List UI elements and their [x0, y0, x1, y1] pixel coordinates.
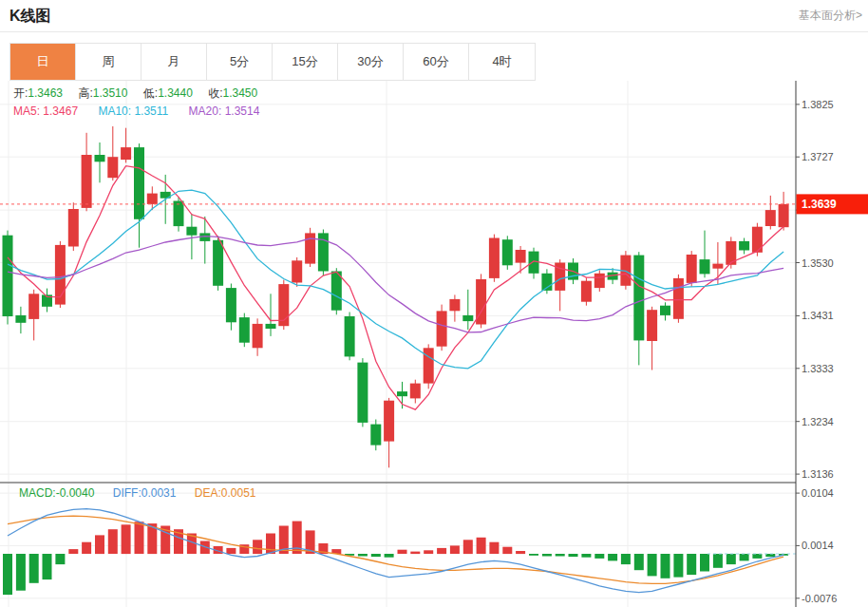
macd-bar	[410, 552, 420, 555]
ma-line-ma10	[8, 190, 783, 369]
candle	[357, 358, 368, 427]
axis-tick-label: 1.3136	[802, 468, 834, 480]
ma10-label: MA10:	[98, 104, 131, 118]
axis-tick-label: 1.3234	[802, 416, 834, 427]
macd-bar	[16, 554, 26, 591]
low-label: 低:	[143, 86, 158, 100]
tab-5分[interactable]: 5分	[207, 44, 273, 80]
macd-bar	[55, 554, 65, 564]
ma5-label: MA5:	[13, 104, 40, 118]
tab-4时[interactable]: 4时	[469, 44, 535, 80]
macd-bar	[424, 550, 433, 554]
candle	[516, 246, 526, 274]
macd-bar	[648, 554, 657, 576]
open-label: 开:	[13, 86, 28, 100]
macd-bar	[463, 540, 473, 554]
macd-bar	[398, 550, 407, 554]
candle	[700, 231, 710, 278]
macd-bar	[108, 529, 118, 554]
tab-15分[interactable]: 15分	[273, 44, 338, 80]
candle	[55, 241, 66, 308]
candle	[476, 274, 486, 328]
macd-bar	[437, 548, 446, 554]
macd-bar	[502, 547, 512, 554]
close-label: 收:	[208, 86, 222, 100]
macd-bar	[621, 554, 631, 564]
macd-bar	[542, 554, 552, 557]
high-value: 1.3510	[93, 86, 128, 100]
macd-bar	[68, 549, 78, 554]
candlestick-series	[3, 126, 789, 467]
candle	[42, 289, 52, 313]
candle	[410, 380, 421, 404]
candle	[318, 230, 329, 276]
macd-bar	[253, 540, 262, 554]
macd-bar	[726, 554, 736, 564]
candle	[226, 284, 236, 331]
macd-bar	[608, 554, 617, 560]
macd-bar	[700, 554, 709, 572]
tab-月[interactable]: 月	[142, 44, 207, 80]
macd-bar	[43, 554, 52, 579]
macd-bar	[122, 524, 131, 554]
macd-bar	[556, 554, 565, 557]
macd-bar	[135, 522, 144, 554]
candle	[687, 251, 697, 287]
macd-bar	[569, 554, 578, 557]
dea-label: DEA:	[195, 486, 221, 500]
macd-bar	[266, 534, 275, 555]
current-price-tag: 1.3639	[797, 194, 868, 214]
macd-bar	[489, 542, 499, 554]
ma5-value: 1.3467	[43, 104, 78, 118]
candle	[424, 344, 434, 389]
ma20-value: 1.3514	[225, 104, 260, 118]
macd-bar	[529, 554, 538, 556]
candle	[384, 398, 394, 467]
candle	[82, 133, 92, 212]
axis-tick-label: 1.3530	[802, 257, 834, 269]
candle	[121, 128, 131, 163]
axis-tick-label: 1.3333	[802, 363, 834, 374]
tab-周[interactable]: 周	[76, 44, 142, 80]
high-label: 高:	[78, 86, 92, 100]
ma-line-ma20	[8, 237, 783, 332]
tab-30分[interactable]: 30分	[338, 44, 404, 80]
candle	[660, 302, 670, 320]
macd-bar	[358, 554, 368, 557]
candle	[647, 307, 657, 370]
axis-tick-label: -0.0076	[802, 593, 837, 604]
gridlines	[0, 81, 796, 607]
candle	[673, 275, 684, 323]
macd-bar	[82, 542, 91, 554]
candle	[95, 142, 105, 182]
macd-bar	[450, 545, 460, 554]
macd-bar	[752, 554, 762, 559]
candle	[239, 313, 250, 348]
candle	[489, 235, 500, 282]
macd-label: MACD:	[19, 486, 56, 500]
ma10-value: 1.3511	[134, 104, 168, 118]
candle	[765, 196, 776, 230]
tab-60分[interactable]: 60分	[404, 44, 469, 80]
candle	[278, 280, 289, 331]
candle	[28, 290, 39, 341]
diff-value: 0.0031	[142, 486, 177, 500]
candle	[345, 313, 355, 361]
candle	[370, 420, 381, 451]
axis-tick-label: 1.3825	[802, 99, 834, 110]
candle	[253, 318, 263, 356]
axis-tick-label: 0.0014	[802, 540, 834, 551]
candle	[633, 252, 644, 365]
tab-日[interactable]: 日	[10, 44, 76, 80]
candle	[437, 305, 447, 351]
ma-line-ma5	[8, 166, 783, 410]
macd-bar	[226, 548, 236, 554]
candle	[739, 238, 749, 255]
axis-tick-label: 1.3727	[802, 151, 834, 162]
macd-bar	[3, 554, 12, 595]
candle	[726, 237, 736, 268]
candle	[3, 231, 13, 325]
macd-bar	[713, 554, 723, 568]
macd-bar	[477, 538, 486, 554]
ma20-label: MA20:	[189, 104, 222, 118]
